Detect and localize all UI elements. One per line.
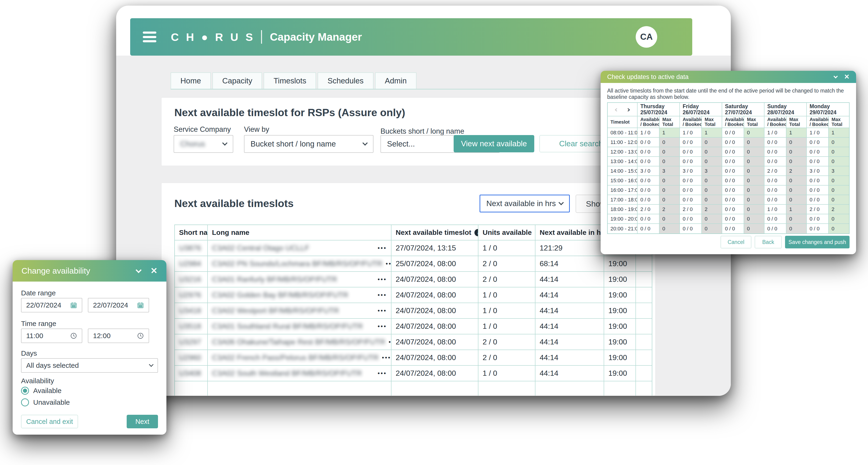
- max-total-cell[interactable]: 0: [744, 147, 765, 156]
- tab-timeslots[interactable]: Timeslots: [264, 72, 316, 89]
- short-name-redacted: U3876: [179, 244, 201, 252]
- max-total-cell[interactable]: 0: [659, 195, 680, 204]
- menu-hamburger-icon[interactable]: [143, 32, 156, 42]
- max-total-cell[interactable]: 3: [659, 166, 680, 176]
- max-total-cell[interactable]: 0: [829, 176, 849, 185]
- max-total-cell[interactable]: 0: [786, 157, 807, 166]
- max-total-cell[interactable]: 2: [659, 205, 680, 214]
- max-total-cell[interactable]: 0: [702, 157, 722, 166]
- max-total-cell[interactable]: 0: [702, 195, 722, 204]
- close-icon[interactable]: ✕: [844, 73, 849, 80]
- max-total-cell[interactable]: 0: [702, 137, 722, 147]
- row-actions-ellipsis-icon[interactable]: •••: [374, 370, 387, 377]
- max-total-cell[interactable]: 2: [786, 166, 807, 176]
- max-total-cell[interactable]: 3: [702, 166, 722, 176]
- collapse-chevron-icon[interactable]: [833, 74, 838, 78]
- max-total-cell[interactable]: 0: [829, 186, 849, 195]
- max-total-cell[interactable]: 3: [829, 166, 849, 176]
- max-total-cell[interactable]: 0: [702, 186, 722, 195]
- date-to-input[interactable]: 22/07/2024: [88, 298, 149, 312]
- max-total-cell[interactable]: 2: [829, 205, 849, 214]
- tab-capacity[interactable]: Capacity: [212, 72, 262, 89]
- row-actions-ellipsis-icon[interactable]: •••: [382, 260, 392, 267]
- max-total-cell[interactable]: 0: [659, 214, 680, 223]
- max-total-cell[interactable]: 1: [786, 128, 807, 137]
- max-total-cell[interactable]: 0: [702, 176, 722, 185]
- max-total-cell[interactable]: 0: [786, 224, 807, 234]
- max-total-cell[interactable]: 0: [744, 195, 765, 204]
- row-actions-ellipsis-icon[interactable]: •••: [374, 307, 387, 314]
- tab-admin[interactable]: Admin: [375, 72, 417, 89]
- max-total-cell[interactable]: 0: [786, 186, 807, 195]
- max-total-cell[interactable]: 0: [744, 166, 765, 176]
- tab-schedules[interactable]: Schedules: [318, 72, 373, 89]
- time-from-input[interactable]: 11:00: [21, 329, 82, 343]
- view-next-available-button[interactable]: View next available: [454, 135, 534, 152]
- row-actions-ellipsis-icon[interactable]: •••: [374, 276, 387, 283]
- max-total-cell[interactable]: 0: [829, 157, 849, 166]
- row-actions-ellipsis-icon[interactable]: •••: [374, 244, 387, 252]
- max-total-cell[interactable]: 0: [829, 214, 849, 223]
- max-total-cell[interactable]: 0: [744, 186, 765, 195]
- days-select[interactable]: All days selected: [21, 358, 158, 373]
- next-button[interactable]: Next: [127, 415, 158, 428]
- max-total-cell[interactable]: 1: [659, 128, 680, 137]
- max-total-cell[interactable]: 2: [702, 205, 722, 214]
- next-week-icon[interactable]: ›: [627, 105, 630, 113]
- max-total-cell[interactable]: 0: [659, 176, 680, 185]
- tab-home[interactable]: Home: [170, 72, 211, 89]
- collapse-chevron-icon[interactable]: [135, 267, 142, 273]
- save-changes-and-push-button[interactable]: Save changes and push: [785, 236, 849, 248]
- max-total-cell[interactable]: 0: [829, 147, 849, 156]
- max-total-cell[interactable]: 0: [659, 137, 680, 147]
- cancel-button[interactable]: Cancel: [720, 236, 751, 248]
- max-total-cell[interactable]: 0: [786, 147, 807, 156]
- row-actions-ellipsis-icon[interactable]: •••: [379, 354, 391, 361]
- max-total-cell[interactable]: 0: [659, 186, 680, 195]
- max-total-cell[interactable]: 0: [702, 147, 722, 156]
- max-total-cell[interactable]: 0: [786, 195, 807, 204]
- max-total-cell[interactable]: 0: [829, 137, 849, 147]
- max-total-cell[interactable]: 0: [659, 157, 680, 166]
- max-total-cell[interactable]: 0: [786, 214, 807, 223]
- max-total-cell[interactable]: 0: [744, 157, 765, 166]
- clock-icon[interactable]: [137, 332, 144, 339]
- calendar-icon[interactable]: [137, 302, 144, 309]
- close-icon[interactable]: ✕: [151, 267, 157, 275]
- max-total-cell[interactable]: 0: [744, 224, 765, 234]
- max-total-cell[interactable]: 1: [786, 205, 807, 214]
- row-actions-ellipsis-icon[interactable]: •••: [374, 323, 387, 330]
- max-total-cell[interactable]: 0: [829, 195, 849, 204]
- max-total-cell[interactable]: 0: [659, 224, 680, 234]
- max-total-cell[interactable]: 0: [744, 205, 765, 214]
- max-total-cell[interactable]: 0: [786, 137, 807, 147]
- max-total-cell[interactable]: 0: [659, 147, 680, 156]
- max-total-cell[interactable]: 0: [744, 137, 765, 147]
- max-total-cell[interactable]: 0: [744, 176, 765, 185]
- sort-by-select[interactable]: Next available in hrs: [479, 195, 570, 212]
- calendar-icon[interactable]: [70, 302, 77, 309]
- view-by-select[interactable]: Bucket short / long name: [244, 135, 373, 153]
- info-icon[interactable]: i: [474, 229, 478, 236]
- max-total-cell[interactable]: 0: [829, 224, 849, 234]
- date-from-input[interactable]: 22/07/2024: [21, 298, 82, 312]
- radio-available[interactable]: Available: [21, 387, 61, 395]
- available-booked-cell: 1 / 0: [765, 128, 786, 137]
- max-total-cell[interactable]: 0: [786, 176, 807, 185]
- max-total-cell[interactable]: 0: [702, 224, 722, 234]
- back-button[interactable]: Back: [755, 236, 782, 248]
- time-to-input[interactable]: 12:00: [88, 329, 149, 343]
- row-actions-ellipsis-icon[interactable]: •••: [374, 291, 387, 299]
- max-total-cell[interactable]: 0: [744, 128, 765, 137]
- row-actions-ellipsis-icon[interactable]: •••: [385, 338, 392, 346]
- max-total-cell[interactable]: 1: [702, 128, 722, 137]
- prev-week-icon[interactable]: ‹: [614, 105, 618, 113]
- cancel-and-exit-button[interactable]: Cancel and exit: [21, 415, 78, 428]
- max-total-cell[interactable]: 1: [829, 128, 849, 137]
- radio-unavailable[interactable]: Unavailable: [21, 398, 70, 406]
- service-company-select[interactable]: Chorus: [174, 135, 233, 153]
- max-total-cell[interactable]: 0: [702, 214, 722, 223]
- max-total-cell[interactable]: 0: [744, 214, 765, 223]
- user-avatar[interactable]: CA: [636, 26, 657, 48]
- clock-icon[interactable]: [70, 332, 77, 339]
